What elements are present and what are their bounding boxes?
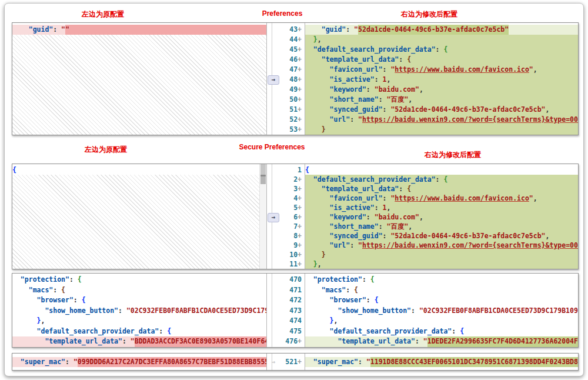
code-line: "browser": { — [12, 295, 266, 306]
diff-gutter: 521+→ — [267, 354, 305, 370]
code-line: "synced_guid": "52da1cde-0464-49c6-b37e-… — [305, 105, 578, 115]
code-token: , — [533, 194, 537, 203]
original-code-pane[interactable]: { — [12, 164, 267, 269]
code-token: , — [533, 65, 537, 75]
code-token — [305, 285, 322, 296]
added-line-plus-marker: + — [298, 241, 302, 249]
code-line: "protection": { — [305, 275, 578, 285]
code-token — [305, 65, 330, 75]
modified-code-pane[interactable]: { "default_search_provider_data": { "tem… — [305, 164, 578, 269]
code-token: { — [12, 165, 16, 175]
code-token: : — [350, 115, 358, 125]
code-token: { — [407, 184, 411, 194]
code-token: , — [387, 203, 391, 212]
code-token — [305, 45, 313, 55]
code-token: } — [322, 125, 326, 135]
code-token: " — [423, 336, 427, 347]
code-line: "is_active": 1, — [305, 75, 578, 85]
code-token: } — [313, 259, 318, 269]
code-line: "synced_guid": "52da1cde-0464-49c6-b37e-… — [305, 231, 578, 241]
added-line-plus-marker: + — [298, 337, 302, 345]
changed-text-segment: 099DDD6A217C2A7DC3EFFA80A8657C7BEBF51D88… — [78, 357, 266, 367]
code-token: https://www.baidu.com/favicon.ico — [395, 194, 529, 203]
added-line-plus-marker: + — [298, 25, 302, 34]
super-mac-diff-panel: "super_mac": "099DDD6A217C2A7DC3EFFA80A8… — [12, 353, 579, 371]
code-token: 1 — [383, 203, 387, 212]
code-token — [305, 222, 330, 231]
code-token: { — [354, 285, 358, 296]
label-right-modified-config: 右边为修改后配置 — [394, 150, 512, 160]
line-number: 475 — [285, 326, 302, 337]
code-token: , — [333, 316, 338, 326]
code-token: } — [313, 35, 318, 45]
code-token: : — [375, 203, 383, 212]
code-token: "macs" — [322, 285, 346, 296]
added-line-plus-marker: + — [298, 85, 302, 94]
code-token — [305, 203, 330, 212]
line-number: 476+ — [285, 336, 302, 347]
code-line: } — [305, 250, 578, 259]
scrollbar-thumb[interactable] — [260, 164, 266, 184]
code-line: "template_url_data": { — [305, 184, 578, 194]
code-token: : — [159, 326, 167, 337]
modified-code-pane[interactable]: "super_mac": "1191D8E88CCC43EF0065101DC3… — [305, 354, 578, 370]
modified-code-pane[interactable]: "protection": { "macs": { "browser": { "… — [305, 274, 578, 347]
code-token: "is_active" — [330, 203, 375, 212]
code-token — [305, 231, 330, 241]
code-token — [305, 259, 313, 269]
line-number: 48+ — [289, 75, 302, 85]
code-token — [305, 85, 330, 95]
code-token — [305, 55, 322, 65]
code-line: }, — [12, 316, 266, 326]
copy-change-arrow-icon[interactable]: → — [268, 75, 279, 85]
code-token: , — [41, 316, 45, 326]
code-token: "favicon_url" — [330, 65, 383, 75]
code-token — [305, 306, 338, 316]
line-number: 51+ — [289, 105, 302, 115]
code-token — [12, 357, 21, 367]
code-line: { — [305, 165, 578, 175]
code-token: "百度" — [387, 95, 409, 105]
original-code-pane[interactable]: "guid": "" — [12, 23, 267, 135]
label-left-original-config: 左边为原配置 — [56, 145, 156, 155]
code-line: "short_name": "百度", — [305, 222, 578, 231]
code-token: } — [330, 316, 334, 326]
added-line-plus-marker: + — [298, 95, 302, 104]
added-line-plus-marker: + — [298, 204, 302, 212]
line-number: 11+ — [289, 259, 302, 269]
code-token — [305, 326, 330, 337]
code-token: https://baidu.wenxin9.com/?word={searchT… — [362, 241, 578, 250]
code-token: : — [436, 175, 444, 184]
code-line: "macs": { — [12, 285, 266, 296]
copy-change-arrow-icon[interactable]: → — [268, 358, 279, 367]
code-token: "url" — [330, 115, 350, 125]
code-line: "default_search_provider_data": { — [305, 45, 578, 55]
code-token: { — [82, 295, 86, 306]
code-token: : — [383, 194, 391, 203]
line-number: 5+ — [289, 203, 302, 212]
original-code-pane[interactable]: "super_mac": "099DDD6A217C2A7DC3EFFA80A8… — [12, 354, 267, 370]
code-token: "protection" — [21, 275, 69, 285]
code-token — [305, 105, 330, 115]
line-number: 53+ — [289, 125, 302, 135]
vertical-scrollbar[interactable] — [259, 164, 266, 269]
code-token: : — [366, 85, 375, 95]
code-token — [305, 250, 322, 259]
code-token: " — [354, 25, 358, 35]
line-number: 43+ — [289, 25, 302, 35]
code-token: " — [74, 357, 78, 367]
copy-change-arrow-icon[interactable]: → — [268, 213, 279, 222]
added-line-plus-marker: + — [298, 232, 302, 240]
modified-code-pane[interactable]: "guid": "52da1cde-0464-49c6-b37e-afdac0c… — [305, 23, 578, 135]
code-token — [305, 295, 330, 306]
code-token — [305, 35, 313, 45]
code-token: { — [443, 45, 447, 55]
code-token: " — [358, 241, 362, 250]
code-token: : — [399, 55, 407, 65]
original-code-pane[interactable]: "protection": { "macs": { "browser": { "… — [12, 274, 267, 347]
code-token: "protection" — [313, 275, 362, 285]
code-token: : — [383, 65, 391, 75]
code-token — [305, 194, 330, 203]
line-number-column: 12+3+4+5+6+7+8+9+10+11+ — [289, 165, 302, 269]
protection-macs-diff-panel: "protection": { "macs": { "browser": { "… — [12, 273, 579, 348]
